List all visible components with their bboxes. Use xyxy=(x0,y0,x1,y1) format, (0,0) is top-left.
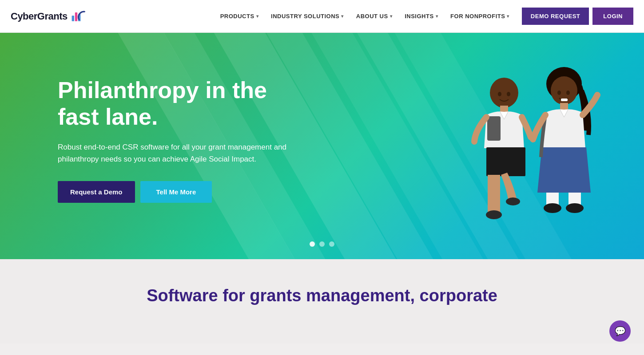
logo-icon xyxy=(70,8,86,24)
svg-point-11 xyxy=(507,92,510,96)
svg-point-7 xyxy=(486,210,502,219)
svg-rect-6 xyxy=(488,175,500,215)
nav-products[interactable]: PRODUCTS ▾ xyxy=(215,9,264,23)
demo-request-button[interactable]: DEMO REQUEST xyxy=(522,8,589,25)
nav-insights[interactable]: INSIGHTS ▾ xyxy=(399,9,443,23)
logo[interactable]: CyberGrants xyxy=(11,8,86,24)
svg-point-19 xyxy=(557,91,561,95)
logo-text: CyberGrants xyxy=(11,11,68,22)
svg-point-18 xyxy=(566,203,584,213)
slide-dot-3[interactable] xyxy=(329,241,334,247)
svg-point-10 xyxy=(498,92,501,96)
svg-rect-9 xyxy=(487,116,501,141)
main-nav: PRODUCTS ▾ INDUSTRY SOLUTIONS ▾ ABOUT US… xyxy=(215,8,633,25)
chat-icon: 💬 xyxy=(615,326,626,336)
nav-cta-buttons: DEMO REQUEST LOGIN xyxy=(522,8,633,25)
chevron-down-icon: ▾ xyxy=(256,14,259,19)
hero-title: Philanthropy in the fast lane. xyxy=(58,77,289,130)
svg-rect-14 xyxy=(560,103,568,110)
chevron-down-icon: ▾ xyxy=(507,14,509,19)
svg-rect-21 xyxy=(561,99,568,101)
hero-section: Philanthropy in the fast lane. Robust en… xyxy=(0,33,644,259)
svg-rect-1 xyxy=(75,12,77,21)
svg-point-8 xyxy=(506,197,520,205)
hero-buttons: Request a Demo Tell Me More xyxy=(58,181,289,203)
slide-dot-2[interactable] xyxy=(319,241,325,247)
login-button[interactable]: LOGIN xyxy=(592,8,633,25)
nav-industry-solutions[interactable]: INDUSTRY SOLUTIONS ▾ xyxy=(266,9,349,23)
bottom-section: Software for grants management, corporat… xyxy=(0,259,644,343)
chevron-down-icon: ▾ xyxy=(436,14,438,19)
slider-dots xyxy=(310,241,334,247)
request-demo-button[interactable]: Request a Demo xyxy=(58,181,135,203)
tell-me-more-button[interactable]: Tell Me More xyxy=(140,181,212,203)
chevron-down-icon: ▾ xyxy=(341,14,344,19)
hero-image xyxy=(400,33,644,259)
svg-point-17 xyxy=(544,203,561,213)
nav-for-nonprofits[interactable]: FOR NONPROFITS ▾ xyxy=(445,9,515,23)
hero-content: Philanthropy in the fast lane. Robust en… xyxy=(0,33,289,203)
slide-dot-1[interactable] xyxy=(310,241,315,247)
svg-rect-5 xyxy=(486,147,525,176)
chevron-down-icon: ▾ xyxy=(390,14,393,19)
bottom-title: Software for grants management, corporat… xyxy=(0,286,644,306)
chat-button[interactable]: 💬 xyxy=(609,320,631,342)
svg-rect-0 xyxy=(72,16,74,21)
children-illustration xyxy=(422,42,644,259)
svg-point-20 xyxy=(566,91,570,95)
nav-about-us[interactable]: ABOUT US ▾ xyxy=(351,9,398,23)
site-header: CyberGrants PRODUCTS ▾ INDUSTRY SOLUTION… xyxy=(0,0,644,33)
svg-point-3 xyxy=(490,78,518,108)
hero-subtitle: Robust end-to-end CSR software for all y… xyxy=(58,141,289,165)
